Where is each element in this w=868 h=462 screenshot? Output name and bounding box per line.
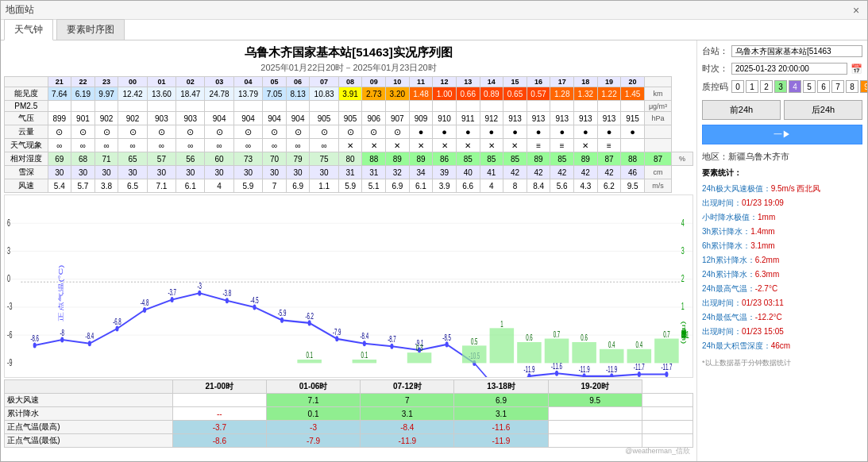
- cell-2-3: 902: [118, 112, 147, 125]
- next-24h-button[interactable]: 后24h: [784, 100, 862, 120]
- temp-label-5: -3.7: [168, 287, 176, 297]
- stat-label: 3h累计降水：: [702, 227, 750, 236]
- cell-1-14: [409, 101, 433, 112]
- cell-6-13: 32: [386, 166, 410, 179]
- cell-6-0: 30: [48, 166, 71, 179]
- cell-4-19: ≡: [527, 139, 550, 152]
- cell-6-1: 30: [71, 166, 95, 179]
- cell-2-0: 899: [48, 112, 71, 125]
- cell-4-21: ✕: [574, 139, 598, 152]
- table-row-2: 气压89990190290290390390490490490490590590…: [5, 112, 693, 125]
- temp-label-22: -11.7: [634, 362, 645, 372]
- time-input[interactable]: [731, 63, 847, 75]
- cell-6-16: 40: [456, 166, 480, 179]
- stat-label: 24h最高气温：: [702, 284, 755, 293]
- row-header-3: 云量: [5, 125, 48, 139]
- cell-7-13: 6.9: [386, 179, 410, 193]
- time-header-15: 15: [503, 77, 527, 87]
- stats-list: 24h极大风速极值：9.5m/s 西北风出现时间：01/23 19:09小时降水…: [702, 182, 862, 353]
- stat-value: 6.2mm: [755, 256, 780, 264]
- time-header-23: 23: [95, 77, 118, 87]
- qc-code-0[interactable]: 0: [731, 80, 744, 93]
- time-header-14: 14: [480, 77, 503, 87]
- qc-code-8[interactable]: 8: [846, 80, 858, 93]
- cell-5-5: 56: [176, 152, 205, 166]
- cell-7-1: 5.7: [71, 179, 95, 193]
- cell-0-3: 12.42: [118, 87, 147, 101]
- cell-3-23: ●: [621, 125, 645, 139]
- prev-24h-button[interactable]: 前24h: [702, 100, 781, 120]
- stats-section: 要素统计： 24h极大风速极值：9.5m/s 西北风出现时间：01/23 19:…: [702, 166, 862, 369]
- watermark: @weatherman_信欣: [1, 446, 690, 456]
- cell-5-0: 69: [48, 152, 71, 166]
- cell-1-9: [286, 101, 310, 112]
- cell-4-4: ∞: [147, 139, 176, 152]
- cell-1-23: [621, 101, 645, 112]
- temperature-chart: 6 3 0 -3 -6 -9 -12 4 3 2 1 0.1: [5, 195, 692, 377]
- time-header-09: 09: [362, 77, 386, 87]
- cell-1-13: [386, 101, 410, 112]
- cell-6-9: 30: [286, 166, 310, 179]
- qc-code-4[interactable]: 4: [789, 80, 801, 93]
- cell-5-3: 65: [118, 152, 147, 166]
- stat-row: 24h最高气温：-2.7°C: [702, 282, 862, 296]
- row-header-6: 雪深: [5, 166, 48, 179]
- close-button[interactable]: ×: [850, 4, 862, 17]
- calendar-icon[interactable]: 📅: [851, 64, 862, 75]
- stat-label: 24h最大积雪深度：: [702, 341, 771, 350]
- cell-2-10: 905: [310, 112, 338, 125]
- cell-7-18: 8: [503, 179, 527, 193]
- cell-0-22: 1.22: [597, 87, 621, 101]
- cell-2-2: 902: [95, 112, 118, 125]
- region-info: 地区：新疆乌鲁木齐市: [702, 151, 862, 163]
- stat-value: 1mm: [758, 213, 775, 221]
- svg-text:0.7: 0.7: [554, 329, 561, 339]
- svg-text:3: 3: [7, 245, 10, 256]
- svg-text:1: 1: [500, 319, 503, 329]
- cell-0-7: 13.79: [233, 87, 262, 101]
- temp-dot-11: [335, 336, 338, 341]
- cell-2-21: 913: [574, 112, 598, 125]
- qc-code-2[interactable]: 2: [760, 80, 773, 93]
- cell-0-6: 24.78: [205, 87, 233, 101]
- tab-weather-clock[interactable]: 天气钟: [4, 19, 53, 40]
- stat-value: 01/23 19:09: [742, 198, 784, 207]
- station-input[interactable]: [731, 45, 862, 57]
- qc-code-5[interactable]: 5: [803, 80, 816, 93]
- temp-dot-6: [198, 291, 201, 296]
- cell-6-22: 42: [597, 166, 621, 179]
- temp-dot-8: [253, 304, 256, 310]
- temp-label-23: -11.7: [661, 362, 672, 372]
- temp-label-4: -4.8: [141, 298, 149, 307]
- cell-0-16: 0.66: [456, 87, 480, 101]
- qc-code-3[interactable]: 3: [774, 80, 787, 93]
- unit-0: km: [644, 87, 671, 101]
- cell-0-10: 10.83: [310, 87, 338, 101]
- qc-code-9[interactable]: 9: [860, 80, 867, 93]
- cell-1-10: [310, 101, 338, 112]
- qc-code-1[interactable]: 1: [746, 80, 758, 93]
- qc-code-6[interactable]: 6: [817, 80, 830, 93]
- cell-0-9: 8.13: [286, 87, 310, 101]
- table-row-4: 天气现象∞∞∞∞∞∞∞∞∞∞∞✕✕✕✕✕✕✕✕≡≡✕≡: [5, 139, 693, 152]
- temp-label-18: -11.9: [523, 364, 534, 374]
- temp-label-2: -8.4: [86, 332, 95, 341]
- cell-7-0: 5.4: [48, 179, 71, 193]
- cell-1-21: [574, 101, 598, 112]
- cell-0-19: 0.57: [527, 87, 550, 101]
- tab-sequence[interactable]: 要素时序图: [56, 19, 125, 40]
- summary-row-1: 累计降水--0.13.13.1: [5, 407, 693, 421]
- qc-code-7[interactable]: 7: [831, 80, 844, 93]
- chart-subtitle: 2025年01月22日20时－2025年01月23日20时: [4, 62, 693, 74]
- action-button[interactable]: 一▶: [702, 125, 862, 144]
- cell-7-9: 6.9: [286, 179, 310, 193]
- cell-1-2: [95, 101, 118, 112]
- svg-text:6: 6: [7, 218, 10, 228]
- time-header-10: 10: [386, 77, 410, 87]
- precip-bar-21: [600, 349, 624, 364]
- stat-row: 6h累计降水：3.1mm: [702, 239, 862, 253]
- cell-5-15: 86: [433, 152, 457, 166]
- svg-text:0.7: 0.7: [663, 329, 670, 339]
- summary-time-header: 21-00时01-06时07-12时13-18时19-20时: [5, 380, 693, 394]
- cell-0-8: 7.05: [263, 87, 287, 101]
